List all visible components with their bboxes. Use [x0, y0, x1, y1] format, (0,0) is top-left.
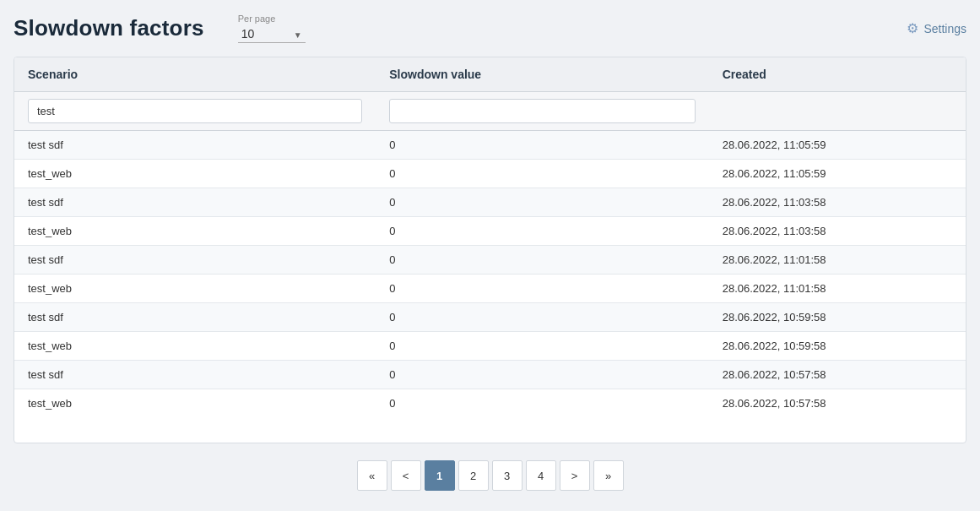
- table-row: test sdf028.06.2022, 10:59:58: [14, 303, 966, 332]
- cell-scenario: test sdf: [14, 246, 376, 275]
- cell-created: 28.06.2022, 11:05:59: [709, 131, 966, 160]
- per-page-select-wrapper: 10 25 50 100 ▼: [238, 25, 306, 43]
- cell-created: 28.06.2022, 11:03:58: [709, 188, 966, 217]
- cell-scenario: test_web: [14, 160, 376, 188]
- cell-created: 28.06.2022, 10:59:58: [709, 303, 966, 332]
- cell-scenario: test sdf: [14, 303, 376, 332]
- cell-slowdown-value: 0: [376, 275, 708, 303]
- cell-slowdown-value: 0: [376, 217, 708, 246]
- filter-row: [14, 92, 966, 131]
- table-header-row: Scenario Slowdown value Created: [14, 57, 966, 92]
- filter-scenario-input[interactable]: [28, 99, 362, 123]
- table-header: Scenario Slowdown value Created: [14, 57, 966, 131]
- per-page-label: Per page: [238, 14, 306, 24]
- header: Slowdown factors Per page 10 25 50 100 ▼…: [14, 14, 966, 43]
- table-body: test sdf028.06.2022, 11:05:59test_web028…: [14, 131, 966, 418]
- per-page-group: Per page 10 25 50 100 ▼: [238, 14, 306, 43]
- cell-created: 28.06.2022, 10:57:58: [709, 361, 966, 389]
- table-row: test_web028.06.2022, 11:05:59: [14, 160, 966, 188]
- table-row: test sdf028.06.2022, 11:05:59: [14, 131, 966, 160]
- table-row: test sdf028.06.2022, 11:01:58: [14, 246, 966, 275]
- gear-icon: ⚙: [907, 20, 918, 36]
- table-row: test_web028.06.2022, 10:59:58: [14, 332, 966, 361]
- cell-created: 28.06.2022, 10:57:58: [709, 389, 966, 418]
- pagination-next-button[interactable]: >: [560, 460, 590, 491]
- cell-scenario: test sdf: [14, 131, 376, 160]
- table-row: test_web028.06.2022, 11:03:58: [14, 217, 966, 246]
- settings-button[interactable]: ⚙ Settings: [907, 20, 966, 36]
- header-left: Slowdown factors Per page 10 25 50 100 ▼: [14, 14, 306, 43]
- pagination: « < 1 2 3 4 > »: [14, 460, 966, 497]
- page-title: Slowdown factors: [14, 15, 204, 41]
- pagination-page-4-button[interactable]: 4: [526, 460, 556, 491]
- col-scenario: Scenario: [14, 57, 376, 92]
- cell-created: 28.06.2022, 11:03:58: [709, 217, 966, 246]
- per-page-select[interactable]: 10 25 50 100: [238, 25, 306, 43]
- cell-slowdown-value: 0: [376, 246, 708, 275]
- cell-scenario: test_web: [14, 217, 376, 246]
- cell-scenario: test_web: [14, 389, 376, 418]
- settings-label: Settings: [923, 22, 966, 35]
- cell-scenario: test_web: [14, 332, 376, 361]
- cell-slowdown-value: 0: [376, 303, 708, 332]
- cell-slowdown-value: 0: [376, 361, 708, 389]
- cell-created: 28.06.2022, 11:01:58: [709, 275, 966, 303]
- cell-slowdown-value: 0: [376, 160, 708, 188]
- table-row: test sdf028.06.2022, 10:57:58: [14, 361, 966, 389]
- pagination-first-button[interactable]: «: [357, 460, 387, 491]
- cell-scenario: test sdf: [14, 361, 376, 389]
- pagination-page-3-button[interactable]: 3: [492, 460, 522, 491]
- filter-scenario-cell: [14, 92, 376, 131]
- cell-scenario: test sdf: [14, 188, 376, 217]
- filter-slowdown-cell: [376, 92, 708, 131]
- cell-slowdown-value: 0: [376, 131, 708, 160]
- page-container: Slowdown factors Per page 10 25 50 100 ▼…: [0, 0, 980, 511]
- content-card: Scenario Slowdown value Created test sdf…: [14, 57, 966, 443]
- cell-created: 28.06.2022, 11:05:59: [709, 160, 966, 188]
- cell-scenario: test_web: [14, 275, 376, 303]
- table-row: test_web028.06.2022, 11:01:58: [14, 275, 966, 303]
- table-row: test sdf028.06.2022, 11:03:58: [14, 188, 966, 217]
- main-table: Scenario Slowdown value Created test sdf…: [14, 57, 966, 417]
- col-slowdown-value: Slowdown value: [376, 57, 708, 92]
- filter-slowdown-input[interactable]: [389, 99, 695, 123]
- cell-created: 28.06.2022, 11:01:58: [709, 246, 966, 275]
- pagination-prev-button[interactable]: <: [391, 460, 421, 491]
- filter-created-cell: [709, 92, 966, 131]
- col-created: Created: [709, 57, 966, 92]
- table-row: test_web028.06.2022, 10:57:58: [14, 389, 966, 418]
- cell-slowdown-value: 0: [376, 332, 708, 361]
- cell-slowdown-value: 0: [376, 389, 708, 418]
- cell-created: 28.06.2022, 10:59:58: [709, 332, 966, 361]
- pagination-page-2-button[interactable]: 2: [458, 460, 489, 491]
- pagination-last-button[interactable]: »: [593, 460, 624, 491]
- cell-slowdown-value: 0: [376, 188, 708, 217]
- pagination-page-1-button[interactable]: 1: [425, 460, 455, 491]
